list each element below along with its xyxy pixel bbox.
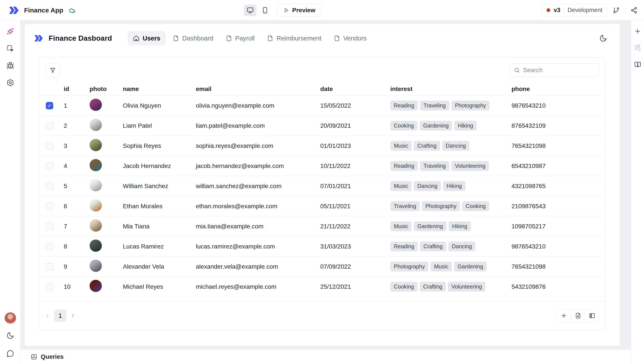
user-profile-avatar[interactable] <box>5 312 16 324</box>
cell-id: 2 <box>64 122 90 129</box>
file-icon <box>267 35 273 42</box>
user-photo <box>90 280 102 292</box>
row-checkbox[interactable] <box>46 202 53 210</box>
cell-id: 7 <box>64 223 90 230</box>
download-button[interactable] <box>571 309 585 322</box>
page-tabs: Users Dashboard Payroll Reimbursement Ve… <box>128 31 372 46</box>
row-checkbox[interactable] <box>46 142 53 150</box>
next-page-button[interactable] <box>68 311 78 320</box>
tab-users[interactable]: Users <box>128 31 166 46</box>
column-header-id[interactable]: id <box>64 86 90 92</box>
desktop-view-button[interactable] <box>244 4 257 16</box>
add-widget-button[interactable] <box>632 26 643 36</box>
interest-tag: Crafting <box>420 242 446 251</box>
cell-date: 07/09/2022 <box>320 263 390 270</box>
user-photo <box>90 260 102 272</box>
cell-interest: ReadingTravelingPhotography <box>390 100 512 110</box>
interest-tag: Volunteering <box>452 161 489 171</box>
table-row[interactable]: 6 Ethan Morales ethan.morales@example.co… <box>39 196 605 216</box>
tab-payroll[interactable]: Payroll <box>220 31 260 46</box>
column-header-email[interactable]: email <box>196 86 320 92</box>
cell-id: 10 <box>64 283 90 290</box>
column-settings-button[interactable] <box>585 309 599 322</box>
table-body: 1 Olivia Nguyen olivia.nguyen@example.co… <box>39 96 605 297</box>
cell-id: 6 <box>64 203 90 210</box>
column-header-interest[interactable]: interest <box>390 86 512 92</box>
home-icon <box>133 35 139 42</box>
inspect-icon <box>6 44 14 52</box>
right-sidebar <box>631 20 644 364</box>
cell-date: 05/11/2021 <box>320 203 390 210</box>
table-actions <box>557 309 599 322</box>
mobile-view-button[interactable] <box>259 4 271 16</box>
file-icon <box>334 35 340 42</box>
docs-button[interactable] <box>632 60 643 70</box>
git-branch-button[interactable] <box>613 7 620 14</box>
row-checkbox[interactable] <box>46 243 53 250</box>
tab-dashboard[interactable]: Dashboard <box>167 31 219 46</box>
ai-assistant-button[interactable] <box>4 26 17 38</box>
chat-icon <box>6 350 14 358</box>
table-row[interactable]: 2 Liam Patel liam.patel@example.com 20/0… <box>39 116 605 136</box>
row-checkbox[interactable] <box>46 122 53 130</box>
table-row[interactable]: 7 Mia Tiana mia.tiana@example.com 21/11/… <box>39 216 605 236</box>
page-title: Finance Dasboard <box>49 34 112 42</box>
interest-tag: Traveling <box>420 161 449 171</box>
row-checkbox[interactable] <box>46 182 53 190</box>
debug-button[interactable] <box>4 60 17 72</box>
settings-button[interactable] <box>4 76 17 89</box>
preview-button[interactable]: Preview <box>277 4 322 16</box>
tab-reimbursement[interactable]: Reimbursement <box>262 31 327 46</box>
cell-name: William Sanchez <box>123 183 196 190</box>
cell-name: Alexander Vela <box>123 263 196 270</box>
previous-page-button[interactable] <box>43 311 52 320</box>
cell-name: Mia Tiana <box>123 223 196 230</box>
table-row[interactable]: 8 Lucas Ramirez lucas.ramirez@example.co… <box>39 236 605 256</box>
left-sidebar <box>0 20 21 364</box>
add-row-button[interactable] <box>557 309 571 322</box>
filter-button[interactable] <box>46 63 60 77</box>
row-checkbox[interactable] <box>46 283 53 290</box>
cell-interest: ReadingCraftingDancing <box>390 242 512 251</box>
inspect-mode-button[interactable] <box>4 42 17 55</box>
interest-tag: Music <box>431 262 452 272</box>
cell-phone: 8765432109 <box>512 122 605 129</box>
share-button[interactable] <box>630 7 637 14</box>
tab-vendors[interactable]: Vendors <box>328 31 372 46</box>
table-row[interactable]: 10 Michael Reyes michael.reyes@example.c… <box>39 277 605 297</box>
interest-tag: Hiking <box>443 181 465 191</box>
current-page-indicator[interactable]: 1 <box>54 310 66 322</box>
user-photo <box>90 99 102 111</box>
table-row[interactable]: 5 William Sanchez william.sanchez@exampl… <box>39 176 605 196</box>
row-checkbox[interactable] <box>46 162 53 170</box>
table-header-row: idphotonameemaildateinterestphone <box>39 82 605 96</box>
column-header-phone[interactable]: phone <box>512 86 605 92</box>
table-row[interactable]: 9 Alexander Vela alexander.vela@example.… <box>39 256 605 277</box>
column-header-photo[interactable]: photo <box>90 86 123 92</box>
row-checkbox[interactable] <box>46 263 53 270</box>
row-checkbox[interactable] <box>46 223 53 230</box>
queries-label: Queries <box>41 353 64 360</box>
table-row[interactable]: 4 Jacob Hernandez jacob.hernandez@exampl… <box>39 156 605 176</box>
app-title: Finance App <box>24 6 63 14</box>
panel-up-icon <box>31 354 37 360</box>
app-logo-icon <box>34 34 43 42</box>
style-editor-button[interactable] <box>632 43 643 53</box>
row-checkbox[interactable] <box>46 102 53 110</box>
environment-selector[interactable]: v3 Development <box>541 4 607 16</box>
queries-panel-toggle[interactable]: Queries <box>21 349 631 364</box>
cell-date: 07/01/2021 <box>320 183 390 190</box>
column-header-name[interactable]: name <box>123 86 196 92</box>
table-row[interactable]: 1 Olivia Nguyen olivia.nguyen@example.co… <box>39 96 605 116</box>
app-theme-toggle-button[interactable] <box>599 34 607 42</box>
cell-phone: 9876543210 <box>512 102 605 109</box>
search-input[interactable] <box>523 67 594 74</box>
table-row[interactable]: 3 Sophia Reyes sophia.reyes@example.com … <box>39 136 605 156</box>
file-icon <box>173 35 179 42</box>
cell-email: alexander.vela@example.com <box>196 263 320 270</box>
theme-toggle-button[interactable] <box>4 330 17 342</box>
help-chat-button[interactable] <box>4 348 17 360</box>
interest-tag: Hiking <box>454 121 476 130</box>
cell-email: jacob.hernandez@example.com <box>196 162 320 170</box>
column-header-date[interactable]: date <box>320 86 390 92</box>
